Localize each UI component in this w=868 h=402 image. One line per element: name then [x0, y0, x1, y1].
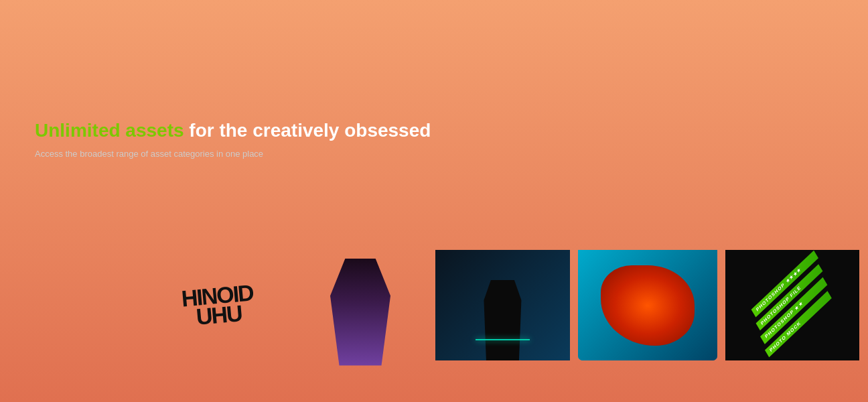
hero-title-rest: for the creatively obsessed [184, 120, 431, 141]
hero-text: Unlimited assets for the creatively obse… [8, 100, 457, 178]
sound-effects-image [578, 250, 717, 360]
royalty-music-image [435, 250, 569, 360]
hero-title-green: Unlimited assets [35, 120, 184, 141]
hero-title: Unlimited assets for the creatively obse… [35, 120, 431, 141]
psychedelic-art: HINOIDUHU [182, 286, 254, 325]
hair-silhouette [330, 259, 390, 366]
teal-glow [476, 339, 529, 340]
stock-photos-image [293, 257, 427, 367]
graphic-templates-image: PHOTOSHOP ★★★★ PHOTOSHOP FILE PHOTOSHOP … [725, 250, 859, 360]
psychedelic-text: HINOIDUHU [181, 283, 256, 328]
hero-subtitle: Access the broadest range of asset categ… [35, 149, 431, 159]
category-grid: Stock Video 7M+ Fonts Video Templates 12… [0, 220, 868, 402]
stock-photos-card[interactable]: Stock Photos 11.4M+ 3D [293, 220, 428, 402]
